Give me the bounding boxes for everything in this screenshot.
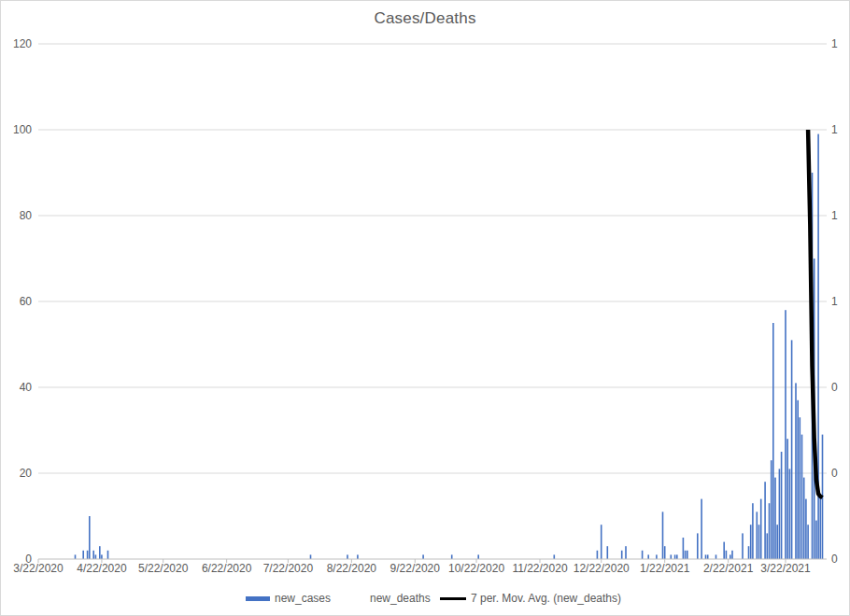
bar-new-cases[interactable] — [789, 469, 791, 559]
bar-new-cases[interactable] — [625, 546, 627, 559]
bar-new-cases[interactable] — [683, 538, 685, 559]
bar-new-cases[interactable] — [664, 546, 666, 559]
bar-new-cases[interactable] — [357, 554, 359, 559]
bar-new-cases[interactable] — [769, 503, 771, 559]
bar-new-cases[interactable] — [607, 546, 609, 559]
bar-new-cases[interactable] — [89, 516, 91, 559]
bar-new-cases[interactable] — [752, 503, 754, 559]
bar-new-cases[interactable] — [647, 554, 649, 559]
cases-deaths-chart[interactable]: Cases/Deaths 020406080100120 0001111 3/2… — [0, 0, 850, 616]
legend-label: new_cases — [275, 592, 331, 605]
bar-new-cases[interactable] — [662, 511, 664, 559]
legend-item-new-cases[interactable]: new_cases — [246, 590, 331, 607]
y-axis-tick-label-left: 100 — [1, 124, 32, 135]
legend-item-new-deaths[interactable]: new_deaths — [365, 590, 431, 607]
bar-new-cases[interactable] — [597, 551, 599, 559]
y-axis-tick-label-right: 0 — [831, 382, 850, 393]
bar-new-cases[interactable] — [748, 546, 750, 559]
bar-new-cases[interactable] — [671, 554, 673, 559]
bar-new-cases[interactable] — [697, 533, 699, 559]
bar-new-cases[interactable] — [687, 551, 688, 559]
bar-new-cases[interactable] — [758, 525, 760, 559]
bar-new-cases[interactable] — [800, 417, 801, 559]
moving-average-legend-swatch — [440, 597, 466, 600]
x-axis-tick-label: 3/22/2020 — [6, 563, 71, 575]
bar-new-cases[interactable] — [771, 460, 772, 559]
bar-new-cases[interactable] — [101, 554, 103, 559]
bar-new-cases[interactable] — [723, 542, 725, 559]
bar-new-cases[interactable] — [797, 400, 799, 559]
bar-new-cases[interactable] — [764, 482, 766, 559]
y-axis-tick-label-right: 0 — [831, 553, 850, 565]
bar-new-cases[interactable] — [75, 554, 77, 559]
bar-new-cases[interactable] — [656, 554, 658, 559]
bar-new-cases[interactable] — [422, 554, 424, 559]
x-axis-tick-label: 6/22/2020 — [194, 563, 260, 575]
x-axis-tick-label: 7/22/2020 — [255, 563, 320, 575]
bar-new-cases[interactable] — [767, 533, 769, 559]
bar-new-cases[interactable] — [621, 551, 623, 559]
new-cases-legend-swatch — [246, 596, 270, 601]
bar-new-cases[interactable] — [750, 525, 752, 559]
x-axis-tick-label: 8/22/2020 — [319, 563, 384, 575]
legend: new_cases new_deaths 7 per. Mov. Avg. (n… — [1, 590, 849, 607]
bar-new-cases[interactable] — [674, 554, 676, 559]
y-axis-tick-label-left: 60 — [1, 296, 32, 307]
legend-item-moving-average[interactable]: 7 per. Mov. Avg. (new_deaths) — [440, 590, 621, 607]
bar-new-cases[interactable] — [805, 499, 807, 559]
x-axis-tick-label: 4/22/2020 — [69, 563, 135, 575]
y-axis-tick-label-left: 80 — [1, 210, 32, 221]
bar-new-cases[interactable] — [707, 554, 709, 559]
bar-new-cases[interactable] — [92, 551, 94, 559]
bar-new-cases[interactable] — [779, 469, 781, 559]
bar-new-cases[interactable] — [107, 551, 109, 559]
bar-new-cases[interactable] — [601, 525, 602, 559]
bar-new-cases[interactable] — [676, 554, 678, 559]
bar-new-cases[interactable] — [99, 546, 101, 559]
bar-new-cases[interactable] — [786, 439, 788, 559]
bar-new-cases[interactable] — [757, 511, 758, 559]
bar-new-cases[interactable] — [772, 323, 774, 559]
bar-new-cases[interactable] — [785, 310, 786, 559]
moving-average-line[interactable] — [808, 130, 822, 497]
bar-new-cases[interactable] — [731, 551, 733, 559]
bar-new-cases[interactable] — [776, 525, 778, 559]
y-axis-tick-label-right: 1 — [831, 124, 850, 135]
y-axis-tick-label-left: 120 — [1, 38, 32, 49]
bar-new-cases[interactable] — [642, 551, 644, 559]
bar-new-cases[interactable] — [791, 340, 793, 559]
bar-new-cases[interactable] — [95, 554, 97, 559]
x-axis-tick-label: 2/22/2021 — [696, 563, 761, 575]
bar-new-cases[interactable] — [807, 525, 809, 559]
bar-new-cases[interactable] — [310, 554, 312, 559]
bar-new-cases[interactable] — [815, 521, 817, 559]
bar-new-cases[interactable] — [781, 452, 783, 559]
bar-new-cases[interactable] — [347, 554, 348, 559]
x-axis-tick-label: 9/22/2020 — [382, 563, 447, 575]
bar-new-cases[interactable] — [87, 551, 89, 559]
bar-new-cases[interactable] — [742, 533, 744, 559]
bar-new-cases[interactable] — [801, 435, 803, 559]
x-axis-tick-label: 3/22/2021 — [753, 563, 818, 575]
bar-new-cases[interactable] — [451, 554, 453, 559]
bar-new-cases[interactable] — [795, 383, 797, 559]
bar-new-cases[interactable] — [774, 478, 776, 559]
bar-new-cases[interactable] — [705, 554, 707, 559]
x-axis-tick-label: 1/22/2021 — [632, 563, 698, 575]
bar-new-cases[interactable] — [701, 499, 702, 559]
bar-new-cases[interactable] — [760, 499, 762, 559]
plot-area[interactable] — [1, 1, 850, 616]
bar-new-cases[interactable] — [726, 551, 728, 559]
bar-new-cases[interactable] — [554, 554, 556, 559]
bar-new-cases[interactable] — [82, 551, 84, 559]
bar-new-cases[interactable] — [685, 551, 687, 559]
bar-new-cases[interactable] — [715, 554, 717, 559]
bar-new-cases[interactable] — [477, 554, 479, 559]
bar-new-cases[interactable] — [730, 554, 731, 559]
y-axis-tick-label-right: 1 — [831, 210, 850, 221]
y-axis-tick-label-left: 40 — [1, 382, 32, 393]
bar-new-cases[interactable] — [820, 495, 822, 559]
bar-new-cases[interactable] — [803, 478, 805, 559]
x-axis-tick-label: 5/22/2020 — [131, 563, 196, 575]
legend-label: 7 per. Mov. Avg. (new_deaths) — [471, 592, 621, 605]
